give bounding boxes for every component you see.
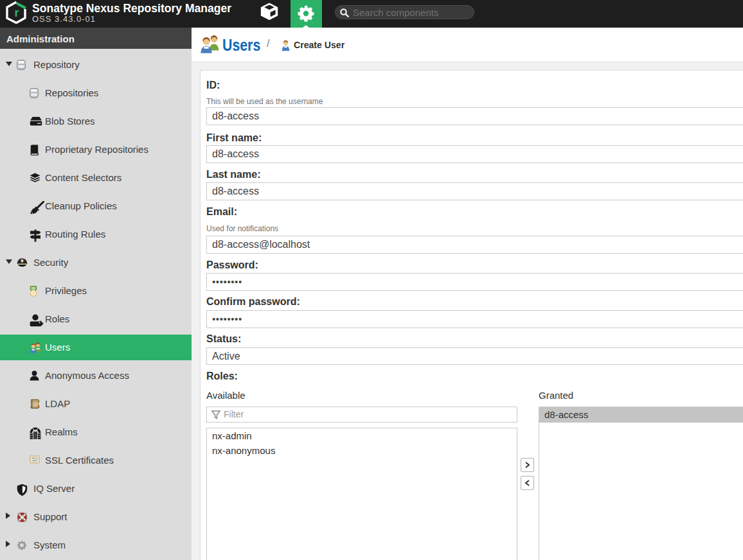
svg-text:@: @ — [33, 401, 38, 407]
svg-text:r: r — [14, 6, 19, 19]
